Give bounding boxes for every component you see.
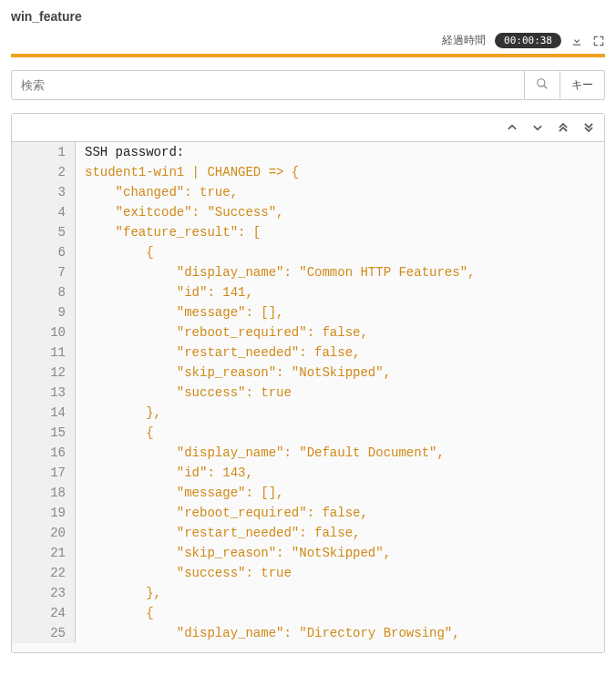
line-text: {	[76, 423, 604, 443]
line-number: 7	[12, 262, 76, 282]
double-chevron-up-icon[interactable]	[557, 121, 570, 134]
code-line: 17 "id": 143,	[12, 463, 604, 483]
line-text: student1-win1 | CHANGED => {	[76, 162, 604, 182]
code-line: 5 "feature_result": [	[12, 222, 604, 242]
line-text: "feature_result": [	[76, 222, 604, 242]
line-number: 21	[12, 543, 76, 563]
svg-line-1	[544, 86, 548, 89]
code-output[interactable]: 1SSH password:2student1-win1 | CHANGED =…	[12, 142, 604, 652]
search-row: キー	[11, 70, 605, 100]
accent-divider	[11, 54, 605, 57]
line-text: "reboot_required": false,	[76, 322, 604, 343]
line-number: 25	[12, 623, 76, 643]
line-text: "skip_reason": "NotSkipped",	[76, 543, 604, 563]
code-line: 1SSH password:	[12, 142, 604, 162]
line-text: "success": true	[76, 383, 604, 403]
line-number: 20	[12, 523, 76, 543]
line-number: 14	[12, 403, 76, 423]
code-line: 12 "skip_reason": "NotSkipped",	[12, 363, 604, 383]
chevron-down-icon[interactable]	[531, 121, 544, 134]
code-line: 10 "reboot_required": false,	[12, 322, 604, 343]
elapsed-label: 経過時間	[442, 33, 486, 48]
line-text: "display_name": "Default Document",	[76, 443, 604, 463]
code-line: 23 },	[12, 583, 604, 603]
code-line: 2student1-win1 | CHANGED => {	[12, 162, 604, 182]
line-number: 1	[12, 142, 76, 162]
line-text: "restart_needed": false,	[76, 343, 604, 363]
line-text: "reboot_required": false,	[76, 503, 604, 523]
code-line: 7 "display_name": "Common HTTP Features"…	[12, 262, 604, 282]
elapsed-badge: 00:00:38	[495, 33, 561, 48]
code-line: 6 {	[12, 242, 604, 262]
line-number: 22	[12, 563, 76, 583]
key-button[interactable]: キー	[560, 70, 605, 100]
code-line: 22 "success": true	[12, 563, 604, 583]
line-text: },	[76, 403, 604, 423]
code-line: 16 "display_name": "Default Document",	[12, 443, 604, 463]
line-text: },	[76, 583, 604, 603]
line-text: "success": true	[76, 563, 604, 583]
line-number: 19	[12, 503, 76, 523]
svg-point-0	[538, 79, 545, 87]
page-title: win_feature	[11, 9, 605, 24]
line-text: "message": [],	[76, 483, 604, 503]
line-text: "display_name": "Directory Browsing",	[76, 623, 604, 643]
code-line: 8 "id": 141,	[12, 282, 604, 302]
code-line: 4 "exitcode": "Success",	[12, 202, 604, 222]
header-row: 経過時間 00:00:38	[11, 33, 605, 48]
line-number: 2	[12, 162, 76, 182]
code-line: 13 "success": true	[12, 383, 604, 403]
line-number: 15	[12, 423, 76, 443]
line-text: "id": 143,	[76, 463, 604, 483]
search-input[interactable]	[11, 70, 525, 100]
code-line: 9 "message": [],	[12, 302, 604, 322]
double-chevron-down-icon[interactable]	[582, 121, 595, 134]
line-text: "restart_needed": false,	[76, 523, 604, 543]
line-number: 12	[12, 363, 76, 383]
line-text: "display_name": "Common HTTP Features",	[76, 262, 604, 282]
expand-icon[interactable]	[592, 35, 605, 47]
line-text: {	[76, 242, 604, 262]
search-button[interactable]	[525, 70, 560, 100]
line-number: 16	[12, 443, 76, 463]
code-line: 11 "restart_needed": false,	[12, 343, 604, 363]
code-line: 24 {	[12, 603, 604, 623]
code-line: 15 {	[12, 423, 604, 443]
line-number: 4	[12, 202, 76, 222]
line-number: 18	[12, 483, 76, 503]
line-text: "id": 141,	[76, 282, 604, 302]
line-number: 8	[12, 282, 76, 302]
line-number: 11	[12, 343, 76, 363]
line-number: 3	[12, 182, 76, 202]
output-panel: 1SSH password:2student1-win1 | CHANGED =…	[11, 113, 605, 653]
code-line: 3 "changed": true,	[12, 182, 604, 202]
download-icon[interactable]	[570, 35, 583, 47]
line-number: 24	[12, 603, 76, 623]
output-toolbar	[12, 114, 604, 142]
code-line: 21 "skip_reason": "NotSkipped",	[12, 543, 604, 563]
chevron-up-icon[interactable]	[506, 121, 518, 134]
line-text: "skip_reason": "NotSkipped",	[76, 363, 604, 383]
line-number: 6	[12, 242, 76, 262]
line-number: 5	[12, 222, 76, 242]
code-line: 14 },	[12, 403, 604, 423]
code-line: 25 "display_name": "Directory Browsing",	[12, 623, 604, 643]
line-text: SSH password:	[76, 142, 604, 162]
code-line: 20 "restart_needed": false,	[12, 523, 604, 543]
line-text: {	[76, 603, 604, 623]
line-number: 9	[12, 302, 76, 322]
line-number: 23	[12, 583, 76, 603]
code-line: 19 "reboot_required": false,	[12, 503, 604, 523]
line-text: "changed": true,	[76, 182, 604, 202]
code-line: 18 "message": [],	[12, 483, 604, 503]
line-number: 17	[12, 463, 76, 483]
line-text: "exitcode": "Success",	[76, 202, 604, 222]
line-number: 13	[12, 383, 76, 403]
line-text: "message": [],	[76, 302, 604, 322]
line-number: 10	[12, 322, 76, 343]
